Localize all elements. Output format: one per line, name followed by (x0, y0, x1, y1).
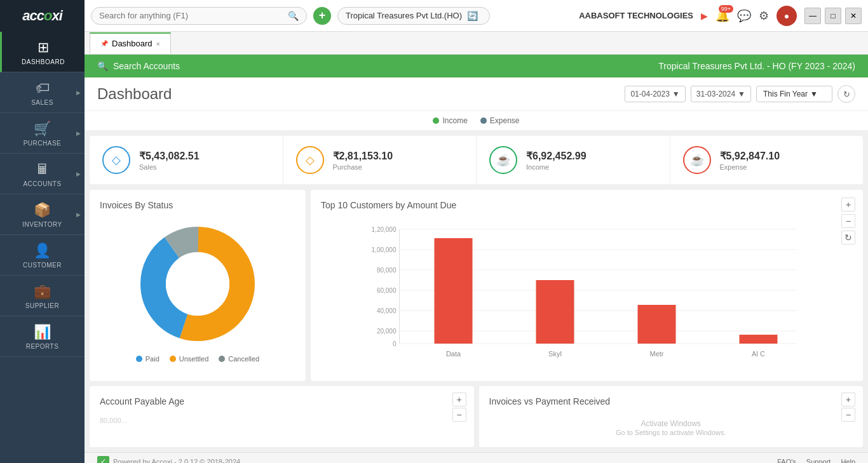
cancelled-legend: Cancelled (219, 355, 259, 363)
stat-purchase[interactable]: ◇ ₹2,81,153.10 Purchase (283, 136, 477, 184)
sidebar-item-reports[interactable]: 📊 REPORTS (0, 316, 85, 357)
inv-vs-payment-title: Invoices vs Payment Received (489, 396, 853, 406)
sidebar-item-label: PURCHASE (24, 140, 62, 147)
payable-collapse-button[interactable]: − (452, 408, 466, 422)
payable-expand-button[interactable]: + (452, 393, 466, 406)
window-controls: — □ ✕ (804, 8, 862, 24)
tab-close-icon[interactable]: × (156, 40, 160, 48)
refresh-icon: 🔄 (467, 11, 478, 21)
search-accounts-label: Search Accounts (113, 61, 180, 71)
maximize-button[interactable]: □ (825, 8, 841, 24)
sidebar-item-dashboard[interactable]: ⊞ DASHBOARD (0, 32, 85, 72)
footer-branding: ✓ Powered by Accoxi - 2.0.12 © 2018-2024 (97, 456, 240, 463)
inv-expand-button[interactable]: + (841, 393, 855, 406)
settings[interactable]: ⚙ (759, 9, 769, 23)
search-box[interactable]: 🔍 (91, 7, 307, 25)
svg-text:Metr: Metr (650, 350, 664, 358)
chevron-right-icon: ▶ (76, 211, 81, 218)
company-selector[interactable]: Tropical Treasures Pvt Ltd.(HO) 🔄 (337, 7, 490, 25)
supplier-icon: 💼 (34, 283, 51, 300)
chevron-down-icon: ▼ (810, 90, 818, 98)
purchase-stat-icon: ◇ (296, 146, 324, 174)
sidebar-item-customer[interactable]: 👤 CUSTOMER (0, 235, 85, 276)
page-title: Dashboard (97, 85, 172, 103)
sidebar-item-supplier[interactable]: 💼 SUPPLIER (0, 276, 85, 316)
tab-label: Dashboard (112, 39, 153, 48)
arrow-icon: ▶ (701, 11, 708, 21)
cancelled-dot (219, 356, 225, 362)
period-dropdown[interactable]: This Fin Year ▼ (756, 86, 832, 102)
date-to-picker[interactable]: 31-03-2024 ▼ (691, 86, 751, 102)
unsettled-legend: Unsettled (170, 355, 208, 363)
chevron-right-icon: ▶ (76, 171, 81, 177)
main-area: 🔍 + Tropical Treasures Pvt Ltd.(HO) 🔄 AA… (85, 0, 868, 463)
payable-placeholder: 80,000... (100, 417, 464, 424)
sidebar-item-purchase[interactable]: 🛒 PURCHASE ▶ (0, 113, 85, 154)
search-accounts-btn[interactable]: 🔍 Search Accounts (97, 61, 180, 71)
refresh-chart-button[interactable]: ↻ (841, 231, 855, 245)
chart-controls: + − ↻ (841, 198, 855, 245)
inv-collapse-button[interactable]: − (841, 408, 855, 422)
sales-amount: ₹5,43,082.51 (139, 150, 200, 162)
topbar: 🔍 + Tropical Treasures Pvt Ltd.(HO) 🔄 AA… (85, 0, 868, 32)
sidebar: accoxi ⊞ DASHBOARD 🏷 SALES ▶ 🛒 PURCHASE … (0, 0, 85, 463)
search-input[interactable] (99, 11, 288, 20)
bar-chart-svg: 1,20,000 1,00,000 80,000 60,000 40,000 2… (321, 223, 853, 369)
date-filters: 01-04-2023 ▼ 31-03-2024 ▼ This Fin Year … (625, 85, 855, 103)
sidebar-item-accounts[interactable]: 🖩 ACCOUNTS ▶ (0, 154, 85, 194)
income-label: Income (526, 163, 587, 171)
sidebar-item-label: ACCOUNTS (23, 180, 61, 187)
svg-text:Al C: Al C (752, 350, 765, 358)
chevron-down-icon: ▼ (672, 90, 680, 98)
unsettled-dot (170, 356, 176, 362)
sidebar-item-inventory[interactable]: 📦 INVENTORY ▶ (0, 194, 85, 235)
activate-windows-msg: Activate Windows Go to Settings to activ… (489, 419, 853, 437)
income-legend: Income (433, 116, 467, 125)
sidebar-item-label: REPORTS (26, 343, 59, 350)
stat-sales[interactable]: ◇ ₹5,43,082.51 Sales (90, 136, 283, 184)
income-stat-icon: ☕ (489, 146, 517, 174)
tab-dashboard[interactable]: 📌 Dashboard × (90, 32, 171, 53)
period-value: This Fin Year (763, 90, 808, 98)
refresh-button[interactable]: ↻ (837, 85, 855, 103)
purchase-icon: 🛒 (34, 121, 51, 137)
topbar-right: AABASOFT TECHNOLOGIES ▶ 🔔 99+ 💬 ⚙ ● — □ … (579, 6, 862, 26)
logo: accoxi (0, 0, 85, 32)
chevron-right-icon: ▶ (76, 130, 81, 137)
date-from-picker[interactable]: 01-04-2023 ▼ (625, 86, 685, 102)
collapse-button[interactable]: − (841, 214, 855, 228)
sidebar-item-sales[interactable]: 🏷 SALES ▶ (0, 72, 85, 113)
svg-text:60,000: 60,000 (377, 287, 397, 294)
add-button[interactable]: + (313, 7, 331, 25)
donut-chart: Paid Unsettled Cancelled (100, 220, 295, 363)
expense-legend: Expense (480, 116, 520, 125)
close-button[interactable]: ✕ (845, 8, 862, 24)
notifications[interactable]: 🔔 99+ (715, 9, 729, 23)
stat-income[interactable]: ☕ ₹6,92,452.99 Income (477, 136, 670, 184)
help-link[interactable]: Help (841, 458, 855, 464)
payable-title: Account Payable Age (100, 396, 464, 406)
minimize-button[interactable]: — (804, 8, 821, 24)
paid-legend: Paid (136, 355, 159, 363)
stat-expense-info: ₹5,92,847.10 Expense (720, 150, 780, 171)
stat-sales-info: ₹5,43,082.51 Sales (139, 150, 200, 171)
income-label: Income (442, 116, 467, 125)
charts-row: Invoices By Status (90, 190, 863, 381)
svg-text:80,000: 80,000 (377, 267, 397, 274)
stat-income-info: ₹6,92,452.99 Income (526, 150, 587, 171)
expand-button[interactable]: + (841, 198, 855, 211)
bar-data (435, 238, 473, 344)
stat-expense[interactable]: ☕ ₹5,92,847.10 Expense (670, 136, 864, 184)
messages[interactable]: 💬 (737, 9, 751, 23)
unsettled-label: Unsettled (179, 355, 208, 363)
cancelled-label: Cancelled (228, 355, 259, 363)
faq-link[interactable]: FAQ's (777, 458, 796, 464)
sidebar-item-label: SALES (31, 99, 53, 106)
sales-label: Sales (139, 163, 200, 171)
invoices-by-status-panel: Invoices By Status (90, 190, 306, 381)
svg-text:Data: Data (446, 350, 461, 358)
svg-text:1,20,000: 1,20,000 (372, 226, 397, 233)
support-link[interactable]: Support (806, 458, 831, 464)
inventory-icon: 📦 (34, 202, 51, 218)
chevron-down-icon: ▼ (738, 90, 745, 98)
